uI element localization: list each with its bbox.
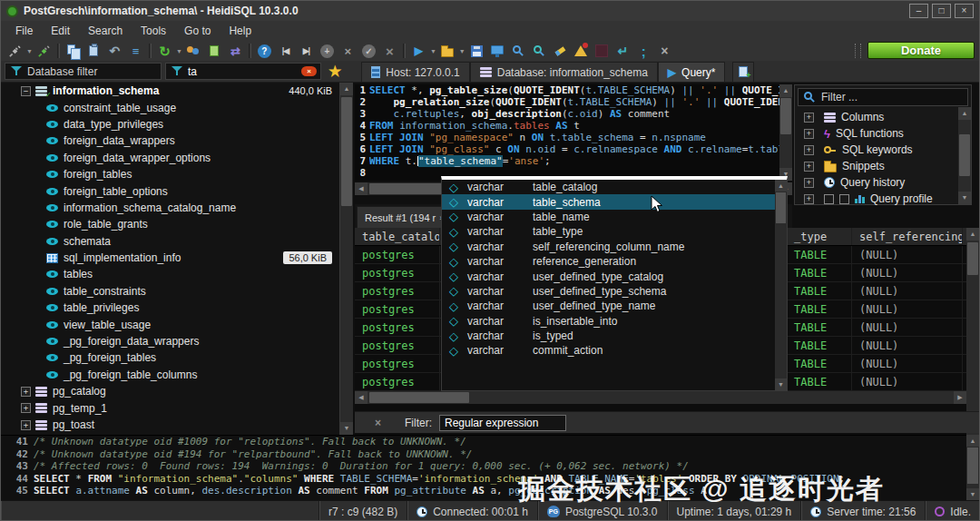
helpers-filter-input[interactable]: Filter ... [798, 88, 968, 106]
menu-item-help[interactable]: Help [220, 21, 260, 41]
tree-item[interactable]: foreign_data_wrapper_options [1, 150, 339, 166]
tab-host-127-0-0-1[interactable]: Host: 127.0.0.1 [361, 62, 469, 82]
new-query-tab-button[interactable]: + [732, 62, 754, 82]
autocomplete-item[interactable]: ◇varcharreference_generation [442, 254, 787, 269]
result-tab[interactable]: Result #1 (194 r › [357, 206, 450, 228]
sql-editor[interactable]: 1SELECT *, pg_table_size(QUOTE_IDENT(t.T… [355, 84, 792, 181]
tree-item[interactable]: schemata [1, 233, 339, 250]
clear-filter-icon[interactable]: × [375, 417, 381, 429]
close-query-tab-button[interactable]: × [654, 42, 675, 60]
toolbar-grip[interactable] [855, 44, 861, 58]
save-sql-button[interactable] [466, 42, 487, 60]
menu-item-file[interactable]: File [6, 21, 42, 41]
column-header[interactable]: self_referencing_col [852, 228, 963, 245]
paste-button[interactable] [83, 42, 104, 60]
maximize-button[interactable]: □ [932, 4, 951, 18]
tree-item[interactable]: +pg_temp_1 [1, 399, 339, 416]
expander-plus-icon[interactable]: + [804, 194, 814, 204]
tree-item[interactable]: foreign_table_options [1, 182, 339, 199]
tree-scrollbar[interactable]: ▲▼ [340, 83, 353, 435]
save-to-snippet-button[interactable] [487, 42, 508, 60]
expander-plus-icon[interactable]: + [804, 145, 814, 155]
export-database-button[interactable] [204, 42, 225, 60]
tree-item[interactable]: sql_implementation_info56,0 KiB [1, 250, 339, 266]
tree-item[interactable]: _pg_foreign_tables [1, 349, 339, 366]
post-changes-button[interactable]: ✓ [358, 42, 379, 60]
bulk-table-editor-button[interactable]: ⇄ [225, 42, 246, 60]
helper-item-sql-functions[interactable]: +ϟSQL functions [795, 125, 971, 142]
expander-minus-icon[interactable]: − [21, 86, 31, 96]
stop-on-errors-button[interactable] [571, 42, 592, 60]
expander-plus-icon[interactable]: + [804, 113, 814, 123]
tree-item[interactable]: tables [1, 266, 339, 282]
close-button[interactable]: × [955, 4, 974, 18]
log-scrollbar[interactable]: ▲ ▼ [966, 435, 979, 500]
menu-item-edit[interactable]: Edit [42, 21, 79, 41]
delete-row-button[interactable]: × [338, 42, 358, 60]
autocomplete-item[interactable]: ◇varchartable_schema [442, 194, 787, 209]
expander-plus-icon[interactable]: + [21, 403, 31, 413]
find-text-button[interactable] [508, 42, 529, 60]
dropdown-arrow-icon[interactable]: ▼ [430, 48, 436, 54]
expander-plus-icon[interactable]: + [804, 178, 814, 188]
autocomplete-item[interactable]: ◇varchartable_name [442, 210, 787, 224]
connect-button[interactable] [5, 42, 25, 60]
last-row-button[interactable]: ▶| [296, 42, 317, 60]
add-semicolon-button[interactable]: ; [633, 42, 654, 60]
tree-item[interactable]: +pg_catalog [1, 383, 339, 399]
tree-item[interactable]: _pg_foreign_data_wrappers [1, 333, 339, 349]
tree-item[interactable]: _pg_foreign_table_columns [1, 367, 339, 383]
dropdown-arrow-icon[interactable]: ▼ [459, 48, 466, 54]
autocomplete-item[interactable]: ◇varchartable_type [442, 224, 787, 239]
execute-sql-button[interactable]: ▶ [408, 42, 429, 60]
tree-item[interactable]: foreign_data_wrappers [1, 133, 339, 149]
menu-item-search[interactable]: Search [79, 21, 132, 41]
expander-plus-icon[interactable]: + [21, 387, 31, 397]
donate-button[interactable]: Donate [867, 42, 975, 59]
dropdown-arrow-icon[interactable]: ▼ [26, 48, 33, 54]
discard-changes-button[interactable]: × [379, 42, 400, 60]
favorites-star-icon[interactable]: ★ [328, 64, 341, 79]
tree-item[interactable]: role_table_grants [1, 216, 339, 232]
helper-item-sql-keywords[interactable]: +SQL keywords [795, 142, 971, 158]
autocomplete-item[interactable]: ◇varcharcommit_action [442, 343, 787, 358]
tree-item[interactable]: data_type_privileges [1, 116, 339, 133]
menu-item-tools[interactable]: Tools [132, 21, 175, 41]
tree-item[interactable]: −information_schema440,0 KiB [1, 83, 339, 99]
tab-query-[interactable]: ▶Query* [658, 62, 726, 82]
dropdown-arrow-icon[interactable]: ▼ [176, 48, 182, 54]
tree-item[interactable]: view_table_usage [1, 316, 339, 332]
reformat-sql-button[interactable] [550, 42, 571, 60]
autocomplete-item[interactable]: ◇varcharself_referencing_column_name [442, 240, 787, 254]
editor-vscrollbar[interactable]: ▲▼ [779, 84, 792, 181]
table-filter-input[interactable]: ta × [165, 63, 321, 80]
helper-item-snippets[interactable]: +Snippets [795, 158, 971, 174]
column-header[interactable]: table_catalog [355, 228, 440, 245]
autocomplete-item[interactable]: ◇varcharis_typed [442, 329, 787, 343]
helpers-scrollbar[interactable]: ▲▼ [958, 107, 971, 204]
query-profile-checkbox[interactable] [839, 194, 849, 204]
helper-item-query-history[interactable]: +Query history [795, 174, 971, 191]
expander-plus-icon[interactable]: + [21, 420, 31, 430]
tree-item[interactable]: +pg_toast [1, 417, 339, 433]
clear-filter-badge[interactable]: × [301, 66, 317, 76]
autocomplete-item[interactable]: ◇varchartable_catalog [442, 180, 787, 194]
autocomplete-item[interactable]: ◇varcharis_insertable_into [442, 314, 787, 329]
wrap-long-lines-button[interactable]: ↵ [612, 42, 633, 60]
user-manager-button[interactable] [183, 42, 204, 60]
checkbox[interactable] [824, 194, 834, 204]
autocomplete-item[interactable]: ◇varcharuser_defined_type_name [442, 299, 787, 313]
refresh-button[interactable]: ↻ [154, 42, 175, 60]
tree-item[interactable]: constraint_table_usage [1, 99, 339, 115]
menu-item-go-to[interactable]: Go to [175, 21, 220, 41]
undo-button[interactable]: ↶ [104, 42, 125, 60]
regex-filter-input[interactable]: Regular expression [439, 415, 566, 431]
tree-item[interactable]: foreign_tables [1, 166, 339, 182]
grid-hscrollbar[interactable]: ◀▶ [355, 391, 966, 404]
tree-item[interactable]: table_constraints [1, 283, 339, 300]
copy-button[interactable] [63, 42, 83, 60]
expander-plus-icon[interactable]: + [804, 162, 814, 172]
disconnect-button[interactable] [34, 42, 54, 60]
insert-row-button[interactable]: + [317, 42, 338, 60]
tree-item[interactable]: information_schema_catalog_name [1, 200, 339, 216]
